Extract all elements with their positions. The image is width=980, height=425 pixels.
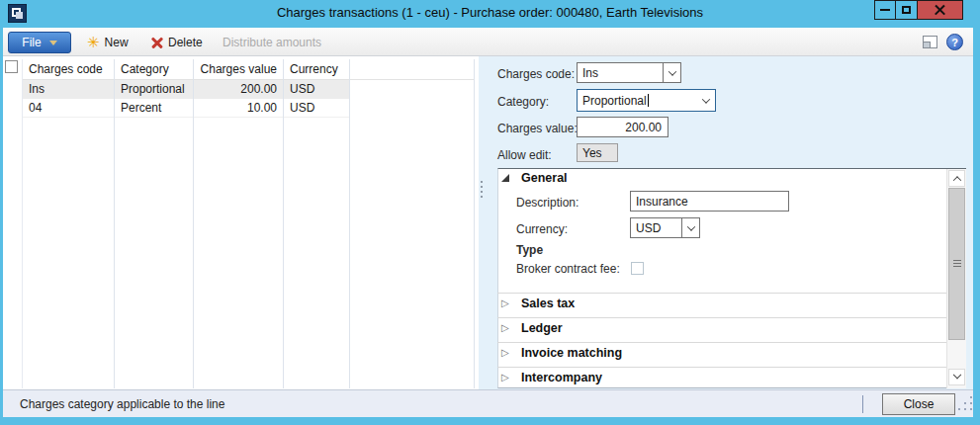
charges-transactions-window: Charges transactions (1 - ceu) - Purchas… <box>0 0 980 425</box>
maximize-button[interactable] <box>895 0 918 20</box>
category-label: Category: <box>497 95 549 109</box>
scroll-down-button[interactable] <box>948 369 965 385</box>
delete-button-label: Delete <box>168 36 203 49</box>
grid-cell[interactable]: Ins <box>23 80 114 99</box>
expand-triangle-icon[interactable]: ▷ <box>501 347 509 358</box>
grid-cell[interactable]: 10.00 <box>194 99 283 118</box>
delete-x-icon <box>151 37 163 48</box>
title-bar: Charges transactions (1 - ceu) - Purchas… <box>0 0 980 28</box>
section-divider <box>497 317 946 318</box>
distribute-amounts-label: Distribute amounts <box>223 36 321 49</box>
chevron-down-icon[interactable] <box>663 63 680 82</box>
grid-cell[interactable]: Proportional <box>115 80 193 99</box>
category-value: Proportional <box>582 94 647 108</box>
text-cursor <box>648 94 649 107</box>
section-header-ledger[interactable]: Ledger <box>521 321 563 335</box>
expand-triangle-icon[interactable]: ▷ <box>501 322 509 333</box>
file-menu-label: File <box>22 36 41 49</box>
grid-cell[interactable]: 04 <box>23 99 114 118</box>
expand-triangle-icon[interactable]: ▷ <box>501 298 509 308</box>
chevron-up-icon <box>952 176 960 184</box>
section-divider <box>497 367 946 368</box>
toolbar: File ✳ New Delete Distribute amounts ? <box>3 28 973 56</box>
column-header-currency[interactable]: Currency <box>284 59 349 80</box>
grid-column-charges-code: Charges code Ins 04 <box>22 59 115 388</box>
grid-cell[interactable]: Percent <box>115 99 193 118</box>
column-header-charges-value[interactable]: Charges value <box>194 59 283 80</box>
new-starburst-icon: ✳ <box>87 36 100 50</box>
grid-column-currency: Currency USD USD <box>284 59 350 388</box>
vertical-scrollbar[interactable] <box>946 169 966 388</box>
distribute-amounts-button: Distribute amounts <box>223 33 321 52</box>
broker-contract-fee-label: Broker contract fee: <box>516 262 620 276</box>
select-all-checkbox[interactable] <box>5 60 18 73</box>
status-bar: Charges category applicable to the line … <box>3 389 973 417</box>
new-button-label: New <box>105 36 129 49</box>
column-header-charges-code[interactable]: Charges code <box>23 59 114 80</box>
allow-edit-label: Allow edit: <box>497 148 552 162</box>
status-divider <box>862 395 863 413</box>
column-header-empty <box>350 59 474 80</box>
grid-cell[interactable]: USD <box>284 80 349 99</box>
category-combobox[interactable]: Proportional <box>577 89 716 112</box>
charges-value-input[interactable]: 200.00 <box>577 117 668 137</box>
splitter-handle[interactable] <box>481 181 483 201</box>
expand-triangle-icon[interactable]: ▷ <box>501 372 509 382</box>
layout-pane-icon[interactable] <box>923 36 937 48</box>
section-divider <box>497 293 946 294</box>
maximize-icon <box>902 6 911 14</box>
description-label: Description: <box>516 196 579 210</box>
close-button[interactable]: Close <box>882 393 955 415</box>
currency-combobox[interactable]: USD <box>630 217 700 238</box>
new-button[interactable]: ✳ New <box>87 33 129 52</box>
close-button-label: Close <box>904 397 935 411</box>
close-icon <box>935 5 945 16</box>
close-window-button[interactable] <box>917 0 963 20</box>
column-header-category[interactable]: Category <box>115 59 193 80</box>
charges-code-value: Ins <box>582 66 598 80</box>
grid-cell[interactable]: 200.00 <box>194 80 283 99</box>
grid-column-category: Category Proportional Percent <box>115 59 194 388</box>
charges-code-combobox[interactable]: Ins <box>577 62 681 83</box>
charges-value-label: Charges value: <box>497 122 578 135</box>
resize-grip-icon[interactable] <box>958 396 974 412</box>
grid-column-empty <box>350 59 475 388</box>
currency-label: Currency: <box>516 222 568 236</box>
window-title: Charges transactions (1 - ceu) - Purchas… <box>0 5 980 20</box>
grid-cell[interactable]: USD <box>284 99 349 118</box>
section-header-invoice-matching[interactable]: Invoice matching <box>521 346 622 360</box>
broker-contract-fee-checkbox[interactable] <box>631 262 644 275</box>
description-input[interactable]: Insurance <box>630 191 789 212</box>
chevron-down-icon[interactable] <box>697 90 715 111</box>
charges-code-label: Charges code: <box>497 67 575 81</box>
chevron-down-icon <box>49 41 57 45</box>
section-header-general[interactable]: General <box>521 171 568 185</box>
scroll-up-button[interactable] <box>948 170 965 187</box>
delete-button[interactable]: Delete <box>151 33 203 52</box>
section-header-intercompany[interactable]: Intercompany <box>521 371 602 384</box>
file-menu-button[interactable]: File <box>8 32 71 53</box>
currency-value: USD <box>636 221 661 235</box>
help-icon[interactable]: ? <box>946 34 963 50</box>
chevron-down-icon[interactable] <box>681 218 699 237</box>
scrollbar-thumb[interactable] <box>948 188 965 340</box>
section-header-sales-tax[interactable]: Sales tax <box>521 297 575 310</box>
type-subheading: Type <box>516 243 543 257</box>
section-divider <box>497 342 946 343</box>
scrollbar-grip-icon <box>953 260 961 269</box>
grid-column-charges-value: Charges value 200.00 10.00 <box>194 59 284 388</box>
minimize-button[interactable] <box>874 0 896 20</box>
chevron-down-icon <box>952 370 960 378</box>
status-message: Charges category applicable to the line <box>20 397 224 411</box>
allow-edit-field: Yes <box>577 143 618 162</box>
collapse-triangle-icon[interactable] <box>501 174 509 182</box>
minimize-icon <box>880 9 890 11</box>
